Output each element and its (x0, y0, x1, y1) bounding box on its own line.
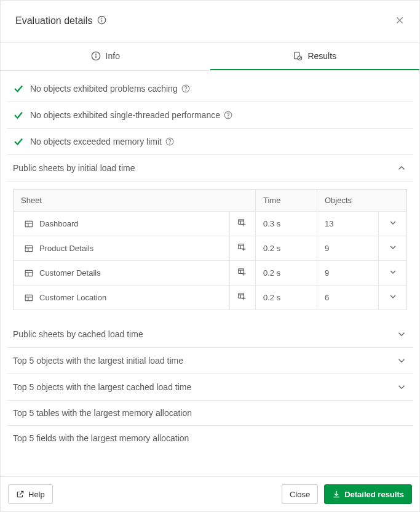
th-sheet: Sheet (14, 190, 256, 212)
sheet-icon (25, 270, 33, 277)
section-top5-cached-label: Top 5 objects with the largest cached lo… (13, 382, 191, 392)
detailed-results-button[interactable]: Detailed results (324, 484, 412, 504)
close-icon[interactable] (392, 12, 407, 30)
tab-results-label: Results (307, 51, 336, 61)
section-top5-fields-label: Top 5 fields with the largest memory all… (13, 433, 189, 443)
help-icon[interactable] (165, 137, 174, 146)
results-tab-icon (293, 51, 303, 61)
help-icon[interactable] (181, 84, 190, 93)
svg-point-2 (102, 18, 103, 18)
status-memory-limit-text: No objects exceeded memory limit (30, 137, 162, 146)
download-icon (332, 490, 341, 498)
detailed-results-label: Detailed results (344, 490, 404, 499)
help-button-label: Help (28, 490, 45, 499)
check-icon (13, 83, 24, 94)
chevron-down-icon (396, 382, 407, 393)
info-icon[interactable] (97, 15, 106, 26)
open-sheet-icon[interactable] (237, 218, 246, 227)
status-caching-text: No objects exhibited problems caching (30, 84, 178, 94)
svg-rect-43 (239, 294, 244, 298)
expand-row-icon[interactable] (386, 218, 399, 228)
section-public-initial-label: Public sheets by initial load time (13, 163, 135, 173)
svg-rect-32 (25, 270, 33, 276)
objects-cell: 6 (317, 286, 379, 310)
svg-rect-19 (239, 220, 244, 225)
info-tab-icon (91, 51, 101, 61)
objects-cell: 13 (317, 212, 379, 236)
svg-point-15 (170, 143, 170, 144)
sheet-name: Customer Details (39, 268, 101, 278)
section-top5-cached[interactable]: Top 5 objects with the largest cached lo… (7, 374, 413, 401)
section-public-initial[interactable]: Public sheets by initial load time (7, 155, 413, 182)
table-row: Dashboard0.3 s13 (14, 212, 407, 236)
section-top5-initial[interactable]: Top 5 objects with the largest initial l… (7, 348, 413, 374)
sheet-icon (25, 220, 33, 228)
open-sheet-icon[interactable] (237, 243, 246, 252)
evaluation-details-dialog: Evaluation details Info Results (0, 0, 420, 512)
external-link-icon (16, 490, 25, 498)
svg-point-7 (95, 54, 96, 55)
svg-rect-35 (239, 269, 244, 274)
section-public-cached[interactable]: Public sheets by cached load time (7, 321, 413, 348)
sheet-name: Dashboard (39, 219, 79, 228)
svg-point-11 (185, 90, 186, 91)
chevron-down-icon (396, 355, 407, 366)
check-icon (13, 110, 24, 121)
svg-rect-16 (25, 221, 33, 226)
time-cell: 0.2 s (256, 286, 317, 310)
help-icon[interactable] (224, 111, 232, 119)
help-button[interactable]: Help (8, 484, 53, 504)
expand-row-icon[interactable] (386, 292, 399, 302)
sheet-icon (25, 245, 33, 252)
time-cell: 0.2 s (256, 261, 317, 286)
section-top5-tables-label: Top 5 tables with the largest memory all… (13, 408, 192, 418)
tab-results[interactable]: Results (210, 43, 420, 70)
table-row: Product Details0.2 s9 (14, 236, 407, 261)
table-row: Customer Location0.2 s6 (14, 286, 407, 310)
header-left: Evaluation details (15, 15, 106, 26)
svg-rect-24 (25, 246, 33, 251)
close-button-label: Close (290, 490, 310, 499)
objects-cell: 9 (317, 236, 379, 261)
section-public-initial-body: Sheet Time Objects Dashboard0.3 s13Produ… (7, 182, 413, 321)
status-single-threaded: No objects exhibited single-threaded per… (7, 102, 413, 129)
check-icon (13, 136, 24, 147)
time-cell: 0.2 s (256, 236, 317, 261)
svg-rect-40 (25, 295, 33, 300)
open-sheet-icon[interactable] (237, 292, 246, 301)
status-memory-limit: No objects exceeded memory limit (7, 129, 413, 155)
svg-point-13 (228, 117, 229, 118)
dialog-header: Evaluation details (1, 1, 419, 42)
svg-rect-27 (239, 244, 244, 249)
dialog-footer: Help Close Detailed results (1, 476, 419, 511)
dialog-title: Evaluation details (15, 15, 92, 26)
chevron-up-icon (396, 162, 407, 174)
sheets-table: Sheet Time Objects Dashboard0.3 s13Produ… (13, 189, 407, 310)
chevron-down-icon (396, 329, 407, 340)
sheet-name: Customer Location (39, 293, 106, 302)
status-caching: No objects exhibited problems caching (7, 71, 413, 102)
section-top5-fields[interactable]: Top 5 fields with the largest memory all… (7, 426, 413, 450)
table-row: Customer Details0.2 s9 (14, 261, 407, 286)
section-top5-tables[interactable]: Top 5 tables with the largest memory all… (7, 401, 413, 426)
content-area: No objects exhibited problems caching No… (1, 71, 419, 476)
objects-cell: 9 (317, 261, 379, 286)
sheet-name: Product Details (39, 244, 93, 253)
close-button[interactable]: Close (282, 484, 318, 504)
th-time: Time (256, 190, 317, 212)
tabs: Info Results (1, 42, 419, 71)
expand-row-icon[interactable] (386, 267, 399, 277)
open-sheet-icon[interactable] (237, 268, 246, 276)
sheet-icon (25, 294, 33, 302)
status-single-threaded-text: No objects exhibited single-threaded per… (30, 110, 220, 120)
section-top5-initial-label: Top 5 objects with the largest initial l… (13, 356, 183, 366)
expand-row-icon[interactable] (386, 242, 399, 252)
tab-info[interactable]: Info (1, 43, 210, 70)
th-objects: Objects (317, 190, 407, 212)
time-cell: 0.3 s (256, 212, 317, 236)
section-public-cached-label: Public sheets by cached load time (13, 329, 143, 339)
tab-info-label: Info (106, 51, 120, 61)
